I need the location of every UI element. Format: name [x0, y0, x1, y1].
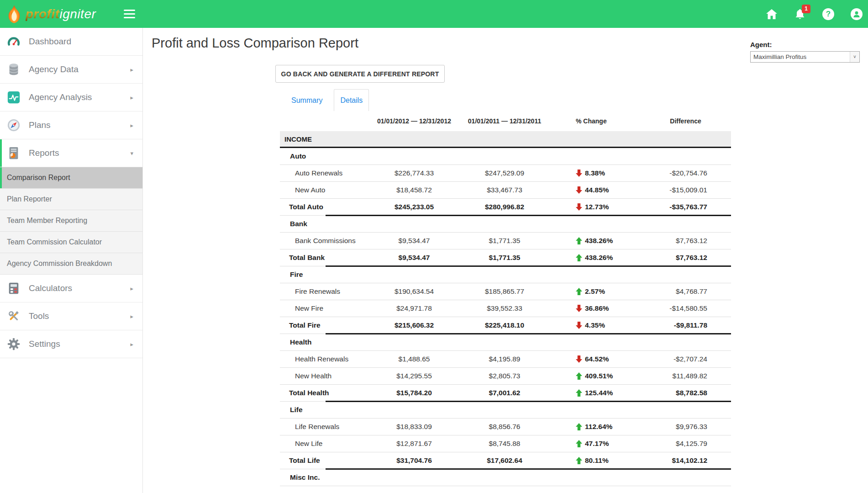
down-arrow-icon — [576, 203, 582, 211]
pct-change: 64.52% — [550, 355, 640, 363]
difference-value: -$35,763.77 — [640, 203, 731, 211]
submenu-item-team-member-reporting[interactable]: Team Member Reporting — [0, 210, 142, 232]
dashboard-icon — [7, 35, 21, 48]
row-label: Total Fire — [280, 321, 369, 329]
pct-value: 36.86% — [585, 304, 609, 313]
column-header-difference: Difference — [640, 117, 731, 125]
menu-toggle-icon[interactable] — [124, 10, 135, 18]
sidebar-item-settings[interactable]: Settings ▸ — [0, 330, 142, 358]
value-2012: $15,784.20 — [369, 389, 459, 397]
table-row: Life Renewals$18,833.09$8,856.76112.64%$… — [280, 419, 731, 435]
up-arrow-icon — [576, 254, 582, 261]
value-2011: $7,001.62 — [459, 389, 550, 397]
down-arrow-icon — [576, 305, 582, 312]
total-row: Total Auto$245,233.05$280,996.8212.73%-$… — [280, 199, 731, 216]
sidebar-item-dashboard[interactable]: Dashboard — [0, 28, 142, 56]
brand-profit: profit — [26, 7, 60, 21]
group-header-row: Auto — [280, 148, 731, 165]
pct-value: 47.17% — [585, 440, 609, 448]
group-header-row: Health — [280, 334, 731, 351]
chevron-right-icon: ▸ — [130, 122, 133, 129]
value-2011: $8,745.88 — [459, 440, 550, 448]
brand-logo[interactable]: profitigniter — [6, 4, 96, 24]
value-2012: $31,704.76 — [369, 456, 459, 465]
pct-value: 80.11% — [585, 456, 609, 465]
table-row: New Health$14,295.55$2,805.73409.51%$11,… — [280, 368, 731, 385]
up-arrow-icon — [576, 288, 582, 295]
pct-value: 4.35% — [585, 321, 605, 329]
main-content: Profit and Loss Comparison Report GO BAC… — [143, 28, 868, 493]
pct-value: 12.73% — [585, 203, 609, 211]
pct-value: 125.44% — [585, 389, 613, 397]
pct-change: 44.85% — [550, 186, 640, 194]
difference-value: -$14,580.55 — [640, 304, 731, 313]
group-header-row: Bank — [280, 216, 731, 233]
sidebar-item-plans[interactable]: Plans ▸ — [0, 111, 142, 139]
row-label: Total Health — [280, 389, 369, 397]
difference-value: $4,768.77 — [640, 287, 731, 296]
row-label: Total Auto — [280, 203, 369, 211]
help-icon[interactable]: ? — [822, 8, 834, 20]
up-arrow-icon — [576, 423, 582, 430]
up-arrow-icon — [576, 440, 582, 447]
page-title: Profit and Loss Comparison Report — [152, 36, 358, 51]
down-arrow-icon — [576, 355, 582, 363]
submenu-item-agency-commission-breakdown[interactable]: Agency Commission Breakdown — [0, 253, 142, 275]
value-2012: $9,534.47 — [369, 254, 459, 262]
sidebar-item-agency-analysis[interactable]: Agency Analysis ▸ — [0, 84, 142, 111]
row-label: New Health — [280, 372, 369, 380]
difference-value: $7,763.12 — [640, 254, 731, 262]
value-2012: $14,295.55 — [369, 372, 459, 380]
sidebar-item-label: Agency Analysis — [29, 92, 92, 102]
value-2011: $225,418.10 — [459, 321, 550, 329]
difference-value: -$9,811.78 — [640, 321, 731, 329]
home-icon[interactable] — [766, 8, 778, 20]
table-row — [280, 486, 731, 493]
pct-change: 409.51% — [550, 372, 640, 380]
pct-change: 4.35% — [550, 321, 640, 329]
submenu-item-plan-reporter[interactable]: Plan Reporter — [0, 189, 142, 210]
difference-value: $9,976.33 — [640, 423, 731, 431]
submenu-item-comparison-report[interactable]: Comparison Report — [0, 167, 142, 189]
row-label: Misc Inc. — [280, 473, 369, 482]
sidebar-item-label: Agency Data — [29, 64, 79, 74]
difference-value: -$2,707.24 — [640, 355, 731, 363]
tab-details[interactable]: Details — [334, 89, 369, 111]
difference-value: $14,102.12 — [640, 456, 731, 465]
chevron-right-icon: ▸ — [130, 313, 133, 320]
sidebar-item-calculators[interactable]: Calculators ▸ — [0, 275, 142, 302]
report-icon — [7, 146, 21, 160]
pct-change: 125.44% — [550, 389, 640, 397]
down-arrow-icon — [576, 186, 582, 194]
total-row: Total Health$15,784.20$7,001.62125.44%$8… — [280, 385, 731, 402]
brand-name: profitigniter — [26, 7, 96, 21]
pct-change: 8.38% — [550, 169, 640, 177]
row-label: Total Life — [280, 456, 369, 465]
value-2012: $18,833.09 — [369, 423, 459, 431]
user-account-icon[interactable] — [851, 8, 863, 20]
table-row: New Fire$24,971.78$39,552.3336.86%-$14,5… — [280, 300, 731, 317]
row-label: Bank — [280, 220, 369, 228]
value-2012: $215,606.32 — [369, 321, 459, 329]
sidebar-item-reports[interactable]: Reports ▾ — [0, 139, 142, 167]
row-label: Fire — [280, 270, 369, 279]
pct-change: 2.57% — [550, 287, 640, 296]
group-header-row: Fire — [280, 266, 731, 283]
agent-select-dropdown[interactable]: Maximillian Profitus ˅ — [750, 51, 860, 63]
group-header-row: Life — [280, 402, 731, 419]
notification-count-badge: 1 — [802, 5, 810, 13]
agent-selected-value: Maximillian Profitus — [751, 53, 850, 60]
pct-value: 44.85% — [585, 186, 609, 194]
row-label: New Auto — [280, 186, 369, 194]
pct-value: 438.26% — [585, 254, 613, 262]
total-row: Total Life$31,704.76$17,602.6480.11%$14,… — [280, 452, 731, 469]
up-arrow-icon — [576, 389, 582, 397]
go-back-generate-report-button[interactable]: GO BACK AND GENERATE A DIFFERENT REPORT — [275, 65, 445, 83]
notifications-bell-icon[interactable]: 1 — [794, 8, 806, 20]
row-label: Life — [280, 406, 369, 414]
sidebar-item-agency-data[interactable]: Agency Data ▸ — [0, 56, 142, 84]
submenu-item-team-commission-calculator[interactable]: Team Commission Calculator — [0, 232, 142, 253]
sidebar-item-tools[interactable]: Tools ▸ — [0, 302, 142, 330]
pct-change: 112.64% — [550, 423, 640, 431]
tab-summary[interactable]: Summary — [280, 89, 334, 111]
